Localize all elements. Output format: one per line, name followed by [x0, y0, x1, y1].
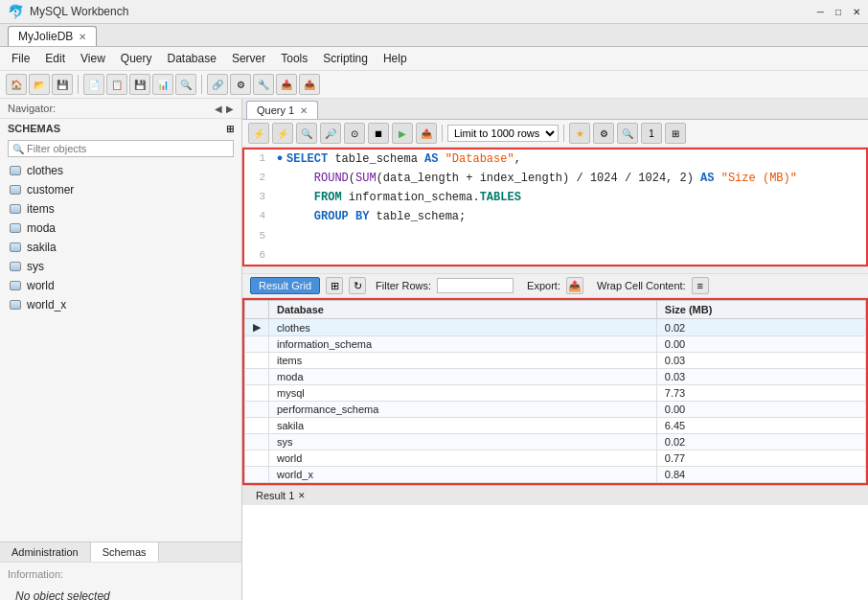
qt-zoom[interactable]: 🔍: [617, 123, 638, 144]
qt-num[interactable]: 1: [641, 123, 662, 144]
line-content-1: SELECT table_schema AS "Database",: [286, 150, 866, 168]
table-row[interactable]: sakila6.45: [245, 418, 866, 434]
table-row[interactable]: moda0.03: [245, 369, 866, 385]
menu-tools[interactable]: Tools: [273, 49, 315, 68]
menu-help[interactable]: Help: [376, 49, 415, 68]
wrap-btn[interactable]: ≡: [692, 277, 709, 294]
qt-stop[interactable]: ⏹: [368, 123, 389, 144]
maximize-btn[interactable]: □: [835, 7, 841, 17]
menu-database[interactable]: Database: [160, 49, 224, 68]
nav-icon2[interactable]: ▶: [226, 104, 234, 114]
menu-edit[interactable]: Edit: [37, 49, 73, 68]
query-tab-1[interactable]: Query 1 ✕: [246, 101, 318, 119]
cell-size: 0.00: [656, 402, 865, 418]
schema-item-customer[interactable]: customer: [0, 180, 241, 199]
row-arrow: [245, 353, 269, 369]
query-tab-bar: Query 1 ✕: [242, 99, 868, 120]
export-btn[interactable]: 📤: [566, 277, 583, 294]
close-btn[interactable]: ✕: [853, 7, 860, 17]
schema-filter-box[interactable]: 🔍: [8, 140, 234, 157]
result-icon-btn1[interactable]: ⊞: [326, 277, 343, 294]
cell-database: world: [269, 450, 657, 467]
toolbar-connect[interactable]: 🔗: [207, 74, 228, 95]
menu-server[interactable]: Server: [224, 49, 273, 68]
cell-size: 0.02: [656, 434, 865, 450]
toolbar-home[interactable]: 🏠: [6, 74, 27, 95]
db-tab[interactable]: MyJolieDB ✕: [8, 26, 97, 46]
qt-export[interactable]: 📤: [416, 123, 437, 144]
table-row[interactable]: items0.03: [245, 353, 866, 369]
sql-line-3: 3 FROM information_schema.TABLES: [244, 188, 866, 207]
schemas-expand-icon[interactable]: ⊞: [226, 124, 234, 134]
schema-item-clothes[interactable]: clothes: [0, 161, 241, 180]
qt-lightning2[interactable]: ⚡: [272, 123, 293, 144]
db-icon-clothes: [8, 163, 23, 178]
qt-search2[interactable]: 🔎: [320, 123, 341, 144]
result-grid-tab[interactable]: Result Grid: [250, 277, 320, 294]
toolbar-save-query[interactable]: 💾: [129, 74, 150, 95]
qt-star[interactable]: ★: [569, 123, 590, 144]
result-icon-btn2[interactable]: ↻: [349, 277, 366, 294]
toolbar-open-query[interactable]: 📋: [106, 74, 127, 95]
table-row[interactable]: sys0.02: [245, 434, 866, 450]
cell-size: 7.73: [656, 385, 865, 402]
schemas-tab[interactable]: Schemas: [91, 542, 159, 562]
schema-item-worldx[interactable]: world_x: [0, 295, 241, 314]
menu-file[interactable]: File: [4, 49, 37, 68]
table-row[interactable]: world_x0.84: [245, 467, 866, 483]
main-layout: Navigator: ◀ ▶ SCHEMAS ⊞ 🔍 clothes custo…: [0, 99, 868, 600]
data-grid[interactable]: Database Size (MB) ▶clothes0.02informati…: [244, 300, 866, 483]
toolbar-inspect[interactable]: 🔧: [253, 74, 274, 95]
row-arrow: [245, 385, 269, 402]
menu-scripting[interactable]: Scripting: [315, 49, 376, 68]
table-row[interactable]: mysql7.73: [245, 385, 866, 402]
table-row[interactable]: ▶clothes0.02: [245, 319, 866, 336]
title-bar: 🐬 MySQL Workbench ─ □ ✕: [0, 0, 868, 24]
nav-icon1[interactable]: ◀: [215, 104, 222, 114]
qt-play[interactable]: ▶: [392, 123, 413, 144]
toolbar-export[interactable]: 📤: [299, 74, 320, 95]
menu-view[interactable]: View: [73, 49, 113, 68]
qt-grid[interactable]: ⊞: [665, 123, 686, 144]
table-row[interactable]: world0.77: [245, 450, 866, 467]
qt-bolt[interactable]: ⚙: [593, 123, 614, 144]
schema-name-customer: customer: [27, 183, 74, 196]
filter-rows-input[interactable]: [437, 278, 514, 293]
db-icon-customer: [8, 182, 23, 197]
sql-editor[interactable]: 1 ● SELECT table_schema AS "Database", 2…: [242, 148, 868, 266]
toolbar-disconnect[interactable]: ⚙: [230, 74, 251, 95]
administration-tab[interactable]: Administration: [0, 542, 91, 562]
qt-lightning[interactable]: ⚡: [248, 123, 269, 144]
toolbar-save[interactable]: 💾: [52, 74, 73, 95]
toolbar-new-query[interactable]: 📄: [83, 74, 104, 95]
menu-query[interactable]: Query: [113, 49, 160, 68]
result-bottom-tab[interactable]: Result 1 ✕: [246, 488, 315, 503]
no-object-text: No object selected: [8, 584, 234, 600]
table-row[interactable]: performance_schema0.00: [245, 402, 866, 418]
schema-item-sakila[interactable]: sakila: [0, 238, 241, 257]
col-size[interactable]: Size (MB): [656, 301, 865, 319]
db-tab-close[interactable]: ✕: [79, 32, 86, 42]
schema-item-world[interactable]: world: [0, 276, 241, 295]
table-row[interactable]: information_schema0.00: [245, 336, 866, 353]
minimize-btn[interactable]: ─: [817, 7, 824, 17]
qt-search[interactable]: 🔍: [296, 123, 317, 144]
schema-item-items[interactable]: items: [0, 199, 241, 219]
schema-item-moda[interactable]: moda: [0, 219, 241, 238]
qt-circle[interactable]: ⊙: [344, 123, 365, 144]
toolbar-btn4[interactable]: 📊: [152, 74, 173, 95]
schema-filter-input[interactable]: [27, 143, 229, 154]
result-area: Result Grid ⊞ ↻ Filter Rows: Export: 📤 W…: [242, 274, 868, 600]
line-num-1: 1: [244, 150, 273, 167]
toolbar-open[interactable]: 📂: [29, 74, 50, 95]
result-bottom-tab-label: Result 1: [256, 490, 294, 501]
col-database[interactable]: Database: [269, 301, 657, 319]
schema-item-sys[interactable]: sys: [0, 257, 241, 276]
toolbar-btn5[interactable]: 🔍: [175, 74, 196, 95]
result-bottom-tab-close[interactable]: ✕: [298, 491, 306, 500]
h-scrollbar[interactable]: [242, 266, 868, 274]
query-tab-close[interactable]: ✕: [300, 105, 308, 116]
toolbar-import[interactable]: 📥: [276, 74, 297, 95]
limit-select[interactable]: Limit to 1000 rows Limit to 200 rows Don…: [447, 125, 559, 142]
cell-database: clothes: [269, 319, 657, 336]
